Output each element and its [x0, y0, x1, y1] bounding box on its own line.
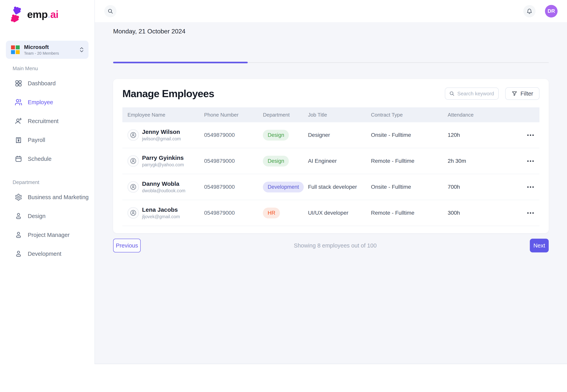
- sidebar-item-label: Development: [28, 251, 61, 257]
- table-row[interactable]: Lena Jacobs jljovek@gmail.com 0549879000…: [122, 200, 539, 226]
- sidebar-item-label: Business and Marketing: [28, 194, 89, 200]
- page-title: Manage Employees: [122, 88, 214, 99]
- screen: emp.ai Microsoft Team - 20 Members: [0, 0, 567, 392]
- current-date: Monday, 21 October 2024: [113, 28, 549, 35]
- team-subtitle: Team - 20 Members: [24, 51, 80, 56]
- payroll-receipt-icon: [15, 136, 22, 144]
- contract-type: Onsite - Fulltime: [371, 184, 448, 190]
- attendance: 120h: [448, 132, 522, 138]
- employee-email: jwilson@gmail.com: [142, 136, 181, 141]
- global-search-button[interactable]: [104, 5, 116, 17]
- department-badge: Design: [263, 156, 289, 167]
- sidebar-item-design[interactable]: Design: [0, 207, 94, 225]
- team-texts: Microsoft Team - 20 Members: [24, 44, 80, 56]
- column-header: Phone Number: [204, 112, 263, 118]
- pagination-status: Showing 8 employees out of 100: [141, 242, 530, 249]
- topbar: DR: [95, 0, 567, 22]
- avatar[interactable]: DR: [545, 5, 558, 17]
- sidebar-item-recruitment[interactable]: Recruitment: [0, 112, 94, 130]
- column-header: Employee Name: [122, 112, 204, 118]
- puzzle-logo-icon: [7, 6, 24, 22]
- sidebar-item-schedule[interactable]: Schedule: [0, 149, 94, 168]
- next-page-button[interactable]: Next: [530, 239, 549, 252]
- tab-bar: [113, 62, 549, 63]
- sidebar-item-employee[interactable]: Employee: [0, 93, 94, 112]
- sidebar-section-department: Department Business and Marketing Design: [0, 179, 94, 263]
- brand-word-right: ai: [50, 8, 58, 20]
- previous-page-button[interactable]: Previous: [113, 239, 141, 252]
- filter-label: Filter: [521, 90, 533, 97]
- column-header: Contract Type: [371, 112, 448, 118]
- job-title: Full stack developer: [308, 184, 371, 190]
- row-actions-button[interactable]: [525, 158, 536, 164]
- sidebar-item-payroll[interactable]: Payroll: [0, 130, 94, 149]
- filter-funnel-icon: [511, 91, 517, 97]
- table-row[interactable]: Jenny Wilson jwilson@gmail.com 054987900…: [122, 122, 539, 148]
- app-window: emp.ai Microsoft Team - 20 Members: [0, 0, 567, 364]
- search-input[interactable]: [457, 91, 494, 97]
- column-header: Department: [263, 112, 308, 118]
- sidebar-item-label: Dashboard: [28, 80, 56, 87]
- sidebar: emp.ai Microsoft Team - 20 Members: [0, 0, 95, 364]
- sidebar-item-label: Payroll: [28, 137, 45, 143]
- brand-word-left: emp: [27, 8, 48, 20]
- sidebar-item-project-manager[interactable]: Project Manager: [0, 225, 94, 244]
- sidebar-item-development[interactable]: Development: [0, 244, 94, 263]
- user-icon: [15, 212, 22, 220]
- sidebar-item-dashboard[interactable]: Dashboard: [0, 74, 94, 93]
- sidebar-item-business-and-marketing[interactable]: Business and Marketing: [0, 188, 94, 207]
- table-search: [445, 87, 499, 100]
- table-row[interactable]: Danny Wobla dwobla@outlook.com 054987900…: [122, 174, 539, 200]
- sidebar-item-label: Design: [28, 213, 45, 219]
- employees-icon: [15, 98, 22, 106]
- calendar-icon: [15, 155, 22, 163]
- employees-table: Employee Name Phone Number Department Jo…: [122, 107, 539, 226]
- column-header: Job Title: [308, 112, 371, 118]
- section-label: Department: [0, 179, 94, 185]
- row-actions-button[interactable]: [525, 132, 536, 138]
- notifications-button[interactable]: [523, 5, 536, 17]
- microsoft-logo-icon: [11, 45, 20, 54]
- card-controls: Filter: [445, 87, 539, 100]
- pagination: Previous Showing 8 employees out of 100 …: [113, 239, 549, 252]
- table-header-row: Employee Name Phone Number Department Jo…: [122, 107, 539, 122]
- employee-email: jljovek@gmail.com: [142, 214, 180, 219]
- user-icon: [15, 250, 22, 258]
- contract-type: Onsite - Fulltime: [371, 132, 448, 138]
- sidebar-section-main-menu: Main Menu Dashboard Employee: [0, 66, 94, 168]
- card-header: Manage Employees: [122, 87, 539, 100]
- row-actions-button[interactable]: [525, 184, 536, 190]
- attendance: 700h: [448, 184, 522, 190]
- job-title: UI/UX developer: [308, 210, 371, 216]
- manage-employees-card: Manage Employees: [113, 79, 549, 233]
- active-tab-indicator[interactable]: [113, 62, 248, 63]
- team-selector[interactable]: Microsoft Team - 20 Members: [6, 41, 88, 59]
- employee-name: Lena Jacobs: [142, 206, 180, 213]
- table-body: Jenny Wilson jwilson@gmail.com 054987900…: [122, 122, 539, 226]
- filter-button[interactable]: Filter: [505, 87, 539, 100]
- department-badge: HR: [263, 208, 280, 218]
- brand-logo: emp.ai: [0, 5, 94, 24]
- topbar-right: DR: [523, 5, 558, 17]
- contract-type: Remote - Fulltime: [371, 210, 448, 216]
- table-row[interactable]: Parry Gyinkins parrygk@yahoo.com 0549879…: [122, 148, 539, 174]
- user-icon: [15, 231, 22, 239]
- employee-email: parrygk@yahoo.com: [142, 162, 184, 168]
- job-title: AI Engineer: [308, 158, 371, 164]
- column-header: Attendance: [448, 112, 522, 118]
- bell-icon: [526, 8, 532, 14]
- department-badge: Development: [263, 182, 304, 193]
- employee-name: Jenny Wilson: [142, 128, 181, 135]
- sidebar-item-label: Project Manager: [28, 232, 70, 238]
- employee-phone: 0549879000: [204, 184, 263, 190]
- employee-phone: 0549879000: [204, 210, 263, 216]
- chevron-up-down-icon: [80, 47, 83, 52]
- row-actions-button[interactable]: [525, 210, 536, 216]
- brand-word-dot: .: [48, 8, 50, 20]
- user-avatar-icon: [128, 181, 139, 193]
- contract-type: Remote - Fulltime: [371, 158, 448, 164]
- sidebar-item-label: Recruitment: [28, 118, 58, 125]
- gear-icon: [15, 194, 22, 201]
- employee-name: Danny Wobla: [142, 181, 185, 187]
- brand-wordmark: emp.ai: [27, 8, 58, 20]
